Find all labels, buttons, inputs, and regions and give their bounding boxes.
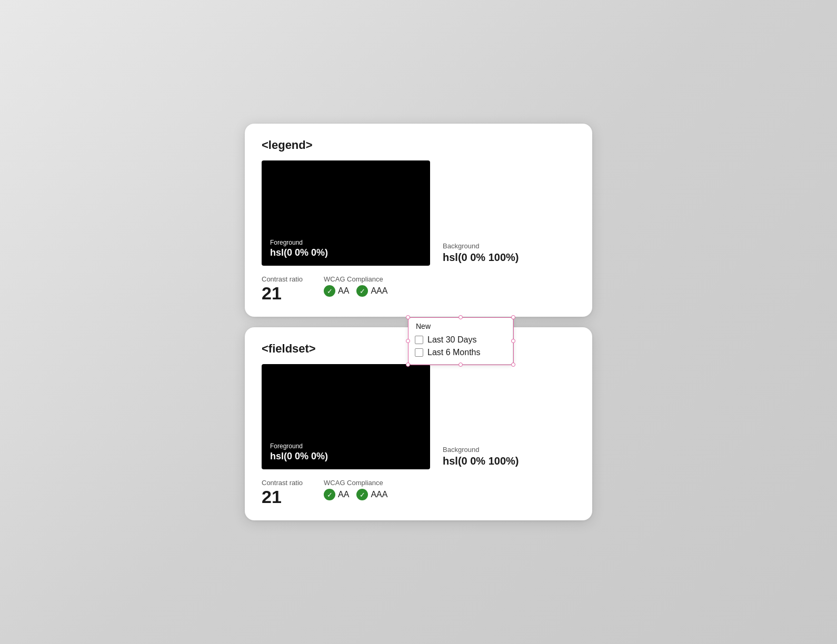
handle-br	[511, 363, 515, 367]
fieldset-aa-label: AA	[338, 490, 349, 499]
legend-wcag-info: WCAG Compliance ✓ AA ✓ AAA	[324, 275, 387, 297]
legend-color-box: Foreground hsl(0 0% 0%)	[262, 160, 430, 266]
fieldset-background-label: Background	[443, 446, 519, 454]
legend-color-preview-row: Foreground hsl(0 0% 0%) Background hsl(0…	[262, 160, 575, 266]
dropdown-item-label-1: Last 6 Months	[427, 348, 481, 357]
handle-bl	[406, 363, 410, 367]
fieldset-contrast-value: 21	[262, 488, 303, 506]
legend-background-value: hsl(0 0% 100%)	[443, 251, 519, 264]
handle-tm	[459, 315, 463, 319]
legend-foreground-inside: Foreground hsl(0 0% 0%)	[270, 239, 328, 258]
legend-foreground-value-inside: hsl(0 0% 0%)	[270, 247, 328, 258]
legend-aa-label: AA	[338, 286, 349, 296]
fieldset-aa-badge: ✓ AA	[324, 489, 349, 500]
dropdown-legend-label: New	[415, 322, 506, 330]
legend-contrast-label: Contrast ratio	[262, 275, 303, 283]
cards-container: <legend> Foreground hsl(0 0% 0%) Backgro…	[245, 124, 592, 520]
fieldset-color-preview-row: Foreground hsl(0 0% 0%) Background hsl(0…	[262, 364, 575, 469]
legend-aaa-icon: ✓	[356, 285, 368, 297]
dropdown-item-1[interactable]: Last 6 Months	[415, 346, 506, 359]
legend-background-label: Background	[443, 242, 519, 250]
fieldset-background-value: hsl(0 0% 100%)	[443, 455, 519, 467]
fieldset-foreground-label-inside: Foreground	[270, 442, 328, 450]
fieldset-color-box: Foreground hsl(0 0% 0%)	[262, 364, 430, 469]
handle-tl	[406, 315, 410, 319]
fieldset-wcag-info: WCAG Compliance ✓ AA ✓ AAA	[324, 479, 387, 500]
legend-card-title: <legend>	[262, 138, 575, 152]
fieldset-aaa-label: AAA	[371, 490, 387, 499]
legend-aa-badge: ✓ AA	[324, 285, 349, 297]
legend-metrics-section: Contrast ratio 21 WCAG Compliance ✓ AA	[262, 275, 575, 302]
fieldset-aaa-badge: ✓ AAA	[356, 489, 387, 500]
legend-wcag-block: WCAG Compliance ✓ AA ✓ AAA	[324, 275, 387, 297]
legend-contrast-value: 21	[262, 284, 303, 302]
fieldset-wcag-label: WCAG Compliance	[324, 479, 387, 487]
fieldset-metrics-section: Contrast ratio 21 WCAG Compliance ✓ AA	[262, 479, 575, 506]
legend-contrast-block: Contrast ratio 21	[262, 275, 303, 302]
fieldset-badge-row: ✓ AA ✓ AAA	[324, 489, 387, 500]
fieldset-foreground-inside: Foreground hsl(0 0% 0%)	[270, 442, 328, 462]
legend-wcag-label: WCAG Compliance	[324, 275, 387, 283]
legend-background-outside: Background hsl(0 0% 100%)	[430, 160, 519, 266]
legend-aaa-badge: ✓ AAA	[356, 285, 387, 297]
dropdown-item-0[interactable]: Last 30 Days	[415, 334, 506, 346]
legend-card: <legend> Foreground hsl(0 0% 0%) Backgro…	[245, 124, 592, 317]
handle-ml	[406, 339, 410, 343]
legend-aa-icon: ✓	[324, 285, 335, 297]
handle-tr	[511, 315, 515, 319]
floating-dropdown[interactable]: New Last 30 Days Last 6 Months	[408, 317, 513, 365]
fieldset-aaa-icon: ✓	[356, 489, 368, 500]
dropdown-checkbox-0[interactable]	[415, 336, 423, 344]
legend-foreground-label-inside: Foreground	[270, 239, 328, 246]
handle-bm	[459, 363, 463, 367]
legend-badge-row: ✓ AA ✓ AAA	[324, 285, 387, 297]
fieldset-wcag-block: WCAG Compliance ✓ AA ✓ AAA	[324, 479, 387, 500]
handle-mr	[511, 339, 515, 343]
dropdown-checkbox-1[interactable]	[415, 348, 423, 357]
fieldset-foreground-value-inside: hsl(0 0% 0%)	[270, 451, 328, 461]
fieldset-background-outside: Background hsl(0 0% 100%)	[430, 364, 519, 469]
dropdown-item-label-0: Last 30 Days	[427, 335, 476, 345]
fieldset-contrast-block: Contrast ratio 21	[262, 479, 303, 506]
fieldset-contrast-label: Contrast ratio	[262, 479, 303, 487]
legend-aaa-label: AAA	[371, 286, 387, 296]
fieldset-aa-icon: ✓	[324, 489, 335, 500]
